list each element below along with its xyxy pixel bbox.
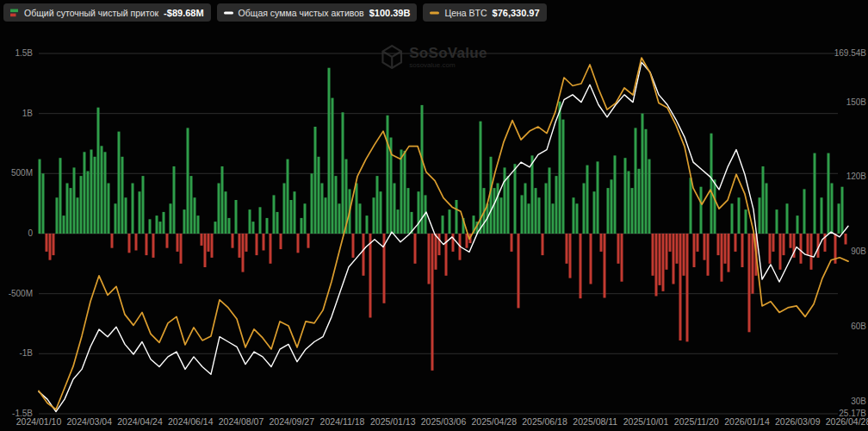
x-axis-date-label: 2025/04/28	[471, 416, 517, 427]
right-axis: 169.54B150B120B90B60B30B25.17B	[828, 0, 866, 431]
right-axis-label: 120B	[828, 172, 866, 181]
right-axis-label: 150B	[828, 97, 866, 107]
left-axis-label: -500M	[0, 289, 33, 298]
right-axis-label: 90B	[828, 247, 866, 256]
legend-btc-price-value: $76,330.97	[493, 8, 540, 18]
legend-total-net-assets-label: Общая сумма чистых активов	[239, 8, 364, 18]
left-axis-label: -1B	[0, 348, 33, 358]
x-axis-date-label: 2025/11/20	[674, 416, 719, 427]
x-axis: 2024/01/102024/03/042024/04/242024/06/14…	[0, 416, 868, 430]
x-axis-date-label: 2025/08/11	[573, 416, 617, 427]
right-axis-label: 169.54B	[828, 48, 866, 58]
x-axis-date-label: 2026/04/28	[826, 416, 868, 427]
x-axis-date-label: 2026/01/14	[724, 416, 770, 427]
legend-daily-net-inflow[interactable]: Общий суточный чистый приток -$89.68M	[3, 3, 211, 22]
flows-chart-canvas[interactable]	[0, 0, 868, 431]
legend-daily-net-inflow-label: Общий суточный чистый приток	[24, 8, 158, 18]
legend-daily-net-inflow-value: -$89.68M	[164, 8, 203, 18]
x-axis-date-label: 2024/03/04	[66, 416, 112, 427]
orange-line-key-icon	[430, 9, 439, 17]
left-axis-label: 0	[0, 228, 33, 238]
x-axis-date-label: 2026/03/09	[775, 416, 821, 427]
left-axis-label: 1.5B	[0, 48, 33, 58]
x-axis-date-label: 2025/06/18	[522, 416, 567, 427]
x-axis-date-label: 2024/09/27	[269, 416, 314, 427]
x-axis-date-label: 2024/04/24	[117, 416, 163, 427]
x-axis-date-label: 2024/01/10	[16, 416, 62, 427]
left-axis: 1.5B1B500M0-500M-1B-1.5B	[0, 0, 33, 431]
x-axis-date-label: 2024/08/07	[219, 416, 264, 427]
x-axis-date-label: 2025/10/01	[623, 416, 669, 427]
legend-total-net-assets-value: $100.39B	[369, 8, 411, 18]
bar-series-key-icon	[10, 9, 19, 17]
x-axis-date-label: 2025/01/13	[370, 416, 416, 427]
legend-btc-price[interactable]: Цена BTC $76,330.97	[423, 3, 546, 22]
right-axis-label: 60B	[828, 322, 866, 331]
white-line-key-icon	[224, 9, 233, 17]
right-axis-label: 30B	[828, 397, 866, 406]
x-axis-date-label: 2024/11/18	[320, 416, 365, 427]
left-axis-label: 1B	[0, 109, 33, 118]
legend-btc-price-label: Цена BTC	[444, 8, 487, 18]
x-axis-date-label: 2024/06/14	[168, 416, 214, 427]
legend: Общий суточный чистый приток -$89.68M Об…	[3, 3, 547, 22]
x-axis-date-label: 2025/03/06	[421, 416, 467, 427]
legend-total-net-assets[interactable]: Общая сумма чистых активов $100.39B	[217, 3, 418, 22]
btc-etf-flow-chart-page: Общий суточный чистый приток -$89.68M Об…	[0, 0, 868, 431]
left-axis-label: 500M	[0, 168, 33, 178]
